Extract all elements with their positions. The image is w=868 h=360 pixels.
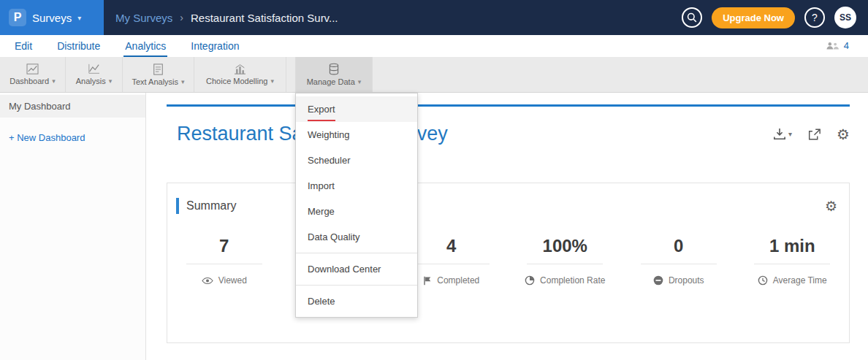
settings-gear-icon[interactable]: ⚙ bbox=[837, 127, 850, 142]
product-name: Surveys bbox=[32, 12, 72, 24]
survey-tabs: Edit Distribute Analytics Integration bbox=[0, 35, 868, 57]
share-icon bbox=[808, 129, 821, 140]
dropouts-minus-circle-icon bbox=[653, 275, 663, 286]
summary-panel: Summary ⚙ 7 Viewed 4 bbox=[167, 183, 850, 343]
avatar[interactable]: SS bbox=[834, 7, 856, 28]
stat-value: 100% bbox=[527, 236, 603, 264]
summary-header: Summary ⚙ bbox=[167, 183, 849, 214]
main-content: Restaurant Satisfaction Survey ▾ bbox=[146, 93, 868, 360]
dashboard-sidebar: My Dashboard + New Dashboard bbox=[0, 93, 146, 360]
menu-item-delete[interactable]: Delete bbox=[296, 288, 417, 314]
survey-title-card: Restaurant Satisfaction Survey ▾ bbox=[167, 104, 850, 145]
people-icon bbox=[826, 41, 840, 50]
stat-average-time: 1 min Average Time bbox=[736, 236, 850, 286]
toolbar-item-label: Choice Modelling bbox=[206, 77, 267, 85]
chevron-down-icon: ▾ bbox=[358, 78, 362, 85]
chevron-down-icon: ▾ bbox=[52, 77, 56, 85]
brand-logo-icon: P bbox=[9, 9, 26, 26]
menu-item-download-center[interactable]: Download Center bbox=[296, 256, 417, 282]
menu-item-export[interactable]: Export bbox=[296, 96, 417, 122]
stat-value: 4 bbox=[414, 236, 490, 264]
menu-item-scheduler[interactable]: Scheduler bbox=[296, 148, 417, 173]
app-window: P Surveys ▾ My Surveys › Restaurant Sati… bbox=[0, 0, 868, 360]
stat-label: Dropouts bbox=[653, 275, 704, 286]
chevron-down-icon: ▾ bbox=[109, 77, 113, 85]
menu-item-weighting[interactable]: Weighting bbox=[296, 122, 417, 148]
breadcrumb-current-survey: Restaurant Satisfaction Surv... bbox=[191, 12, 338, 24]
analytics-toolbar: Dashboard ▾ Analysis ▾ Text Analysis bbox=[0, 57, 868, 93]
chevron-down-icon: ▾ bbox=[77, 14, 81, 22]
toolbar-item-manage-data[interactable]: Manage Data ▾ bbox=[295, 57, 373, 92]
menu-divider bbox=[296, 285, 417, 286]
tab-integration[interactable]: Integration bbox=[189, 40, 240, 57]
tab-distribute[interactable]: Distribute bbox=[56, 40, 102, 57]
bar-chart-icon bbox=[234, 64, 246, 74]
stat-dropouts: 0 Dropouts bbox=[622, 236, 736, 286]
share-button[interactable] bbox=[808, 129, 821, 140]
document-icon bbox=[153, 64, 164, 75]
download-button[interactable]: ▾ bbox=[773, 128, 792, 140]
analysis-chart-icon bbox=[88, 64, 100, 74]
summary-stats: 7 Viewed 4 bbox=[167, 236, 849, 286]
search-button[interactable] bbox=[682, 7, 702, 28]
stat-label: Completion Rate bbox=[525, 275, 605, 286]
stat-viewed: 7 Viewed bbox=[167, 236, 281, 286]
summary-settings-gear-icon[interactable]: ⚙ bbox=[825, 199, 837, 213]
collaborators-count: 4 bbox=[844, 40, 849, 51]
tab-edit[interactable]: Edit bbox=[13, 40, 34, 57]
completion-rate-icon bbox=[525, 275, 535, 286]
download-icon bbox=[773, 128, 786, 140]
stat-completion-rate: 100% Completion Rate bbox=[509, 236, 623, 286]
toolbar-item-label: Dashboard bbox=[9, 77, 49, 85]
product-switcher[interactable]: P Surveys ▾ bbox=[0, 0, 104, 35]
search-icon bbox=[687, 12, 697, 23]
stat-label: Average Time bbox=[758, 275, 827, 286]
breadcrumb-separator: › bbox=[180, 12, 183, 23]
stat-label: Completed bbox=[423, 275, 479, 286]
help-button[interactable]: ? bbox=[804, 7, 825, 28]
collaborators[interactable]: 4 bbox=[826, 40, 849, 51]
breadcrumb-my-surveys[interactable]: My Surveys bbox=[115, 12, 172, 24]
chevron-down-icon: ▾ bbox=[270, 77, 274, 85]
summary-accent-bar bbox=[176, 198, 179, 214]
sidebar-item-my-dashboard[interactable]: My Dashboard bbox=[0, 95, 145, 118]
toolbar-item-text-analysis[interactable]: Text Analysis ▾ bbox=[123, 57, 194, 92]
toolbar-item-label: Manage Data bbox=[307, 77, 355, 86]
new-dashboard-button[interactable]: + New Dashboard bbox=[0, 118, 145, 158]
clock-icon bbox=[758, 275, 768, 286]
eye-icon bbox=[202, 277, 213, 285]
upgrade-now-button[interactable]: Upgrade Now bbox=[712, 7, 795, 28]
top-bar: P Surveys ▾ My Surveys › Restaurant Sati… bbox=[0, 0, 868, 35]
stat-value: 1 min bbox=[754, 236, 830, 264]
stat-value: 0 bbox=[641, 236, 717, 264]
tab-analytics[interactable]: Analytics bbox=[123, 40, 167, 57]
menu-item-data-quality[interactable]: Data Quality bbox=[296, 224, 417, 250]
stat-value: 7 bbox=[186, 236, 262, 264]
top-bar-actions: Upgrade Now ? SS bbox=[682, 7, 868, 28]
stat-label: Viewed bbox=[202, 275, 247, 286]
toolbar-item-dashboard[interactable]: Dashboard ▾ bbox=[0, 57, 66, 92]
toolbar-item-choice-modelling[interactable]: Choice Modelling ▾ bbox=[194, 57, 286, 92]
menu-item-import[interactable]: Import bbox=[296, 173, 417, 199]
title-actions: ▾ ⚙ bbox=[773, 127, 850, 142]
breadcrumb: My Surveys › Restaurant Satisfaction Sur… bbox=[115, 12, 338, 24]
toolbar-item-label: Text Analysis bbox=[132, 77, 178, 86]
summary-heading: Summary bbox=[186, 199, 236, 212]
database-icon bbox=[328, 63, 340, 75]
toolbar-item-analysis[interactable]: Analysis ▾ bbox=[66, 57, 123, 92]
menu-item-merge[interactable]: Merge bbox=[296, 199, 417, 224]
manage-data-dropdown-menu: Export Weighting Scheduler Import Merge … bbox=[295, 93, 418, 318]
toolbar-item-label: Analysis bbox=[76, 77, 106, 85]
chevron-down-icon: ▾ bbox=[788, 130, 792, 138]
dashboard-chart-icon bbox=[26, 64, 39, 74]
flag-icon bbox=[423, 276, 432, 286]
menu-divider bbox=[296, 253, 417, 253]
chevron-down-icon: ▾ bbox=[181, 78, 185, 85]
